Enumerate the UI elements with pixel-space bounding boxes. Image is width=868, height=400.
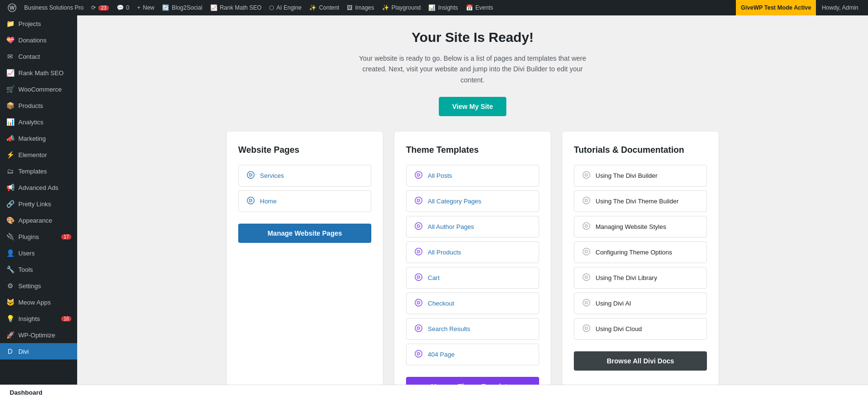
wp-optimize-icon: 🚀 [6, 331, 14, 339]
sidebar-item-donations[interactable]: 💝Donations [0, 32, 77, 48]
sidebar-item-elementor[interactable]: ⚡Elementor [0, 147, 77, 163]
tutorial-item[interactable]: Using Divi Cloud [574, 318, 707, 340]
users-icon: 👤 [6, 249, 14, 257]
sidebar-item-label-templates: Templates [18, 168, 47, 175]
svg-point-23 [585, 174, 587, 176]
theme-template-item[interactable]: 404 Page [406, 344, 539, 365]
template-label: Checkout [428, 300, 454, 307]
tutorial-label: Using The Divi Library [596, 274, 657, 281]
theme-template-item[interactable]: Search Results [406, 318, 539, 340]
theme-templates-list: All Posts All Category Pages All Author … [406, 165, 539, 365]
theme-template-item[interactable]: Cart [406, 267, 539, 289]
sidebar-item-label-products: Products [18, 102, 43, 109]
updates-badge: 23 [98, 5, 108, 11]
projects-icon: 📁 [6, 19, 14, 28]
insights-item[interactable]: 📊 Insights [424, 0, 461, 15]
comments-item[interactable]: 💬 0 [113, 0, 134, 15]
website-page-item[interactable]: Services [238, 165, 371, 187]
blog2social-item[interactable]: 🔄 Blog2Social [158, 0, 206, 15]
tutorial-item[interactable]: Using The Divi Library [574, 267, 707, 289]
sidebar-item-analytics[interactable]: 📊Analytics [0, 114, 77, 130]
tutorial-label: Using Divi Cloud [596, 325, 642, 333]
sidebar-item-contact[interactable]: ✉Contact [0, 48, 77, 65]
template-label: Search Results [428, 325, 470, 333]
website-page-item[interactable]: Home [238, 190, 371, 212]
sidebar-item-pretty-links[interactable]: 🔗Pretty Links [0, 196, 77, 212]
sidebar-item-label-appearance: Appearance [18, 217, 52, 224]
sidebar-item-meow-apps[interactable]: 🐱Meow Apps [0, 294, 77, 310]
sidebar-item-users[interactable]: 👤Users [0, 245, 77, 261]
manage-website-pages-button[interactable]: Manage Website Pages [238, 224, 371, 243]
theme-templates-card: Theme Templates All Posts All Category P… [394, 132, 551, 385]
sidebar-item-rank-math-seo[interactable]: 📈Rank Math SEO [0, 65, 77, 81]
svg-point-3 [250, 174, 252, 176]
updates-item[interactable]: ⟳ 23 [87, 0, 112, 15]
marketing-icon: 📣 [6, 134, 14, 143]
sidebar-item-templates[interactable]: 🗂Templates [0, 163, 77, 179]
content-item[interactable]: ✨ Content [305, 0, 343, 15]
rank-math-item[interactable]: 📈 Rank Math SEO [206, 0, 266, 15]
tutorial-item[interactable]: Using The Divi Builder [574, 165, 707, 187]
site-name-item[interactable]: Business Solutions Pro [20, 0, 87, 15]
sidebar-item-insights[interactable]: 💡Insights16 [0, 310, 77, 327]
settings-icon: ⚙ [6, 281, 14, 290]
tutorial-icon [582, 247, 591, 257]
wp-logo-item[interactable]: W [4, 0, 20, 15]
main-layout: 📁Projects💝Donations✉Contact📈Rank Math SE… [0, 15, 868, 385]
tutorial-label: Using Divi AI [596, 300, 631, 307]
new-item[interactable]: + New [133, 0, 158, 15]
theme-template-item[interactable]: All Products [406, 241, 539, 263]
events-item[interactable]: 📅 Events [462, 0, 497, 15]
tools-icon: 🔧 [6, 265, 14, 274]
sidebar-item-projects[interactable]: 📁Projects [0, 15, 77, 32]
svg-point-33 [585, 302, 587, 304]
tutorials-list: Using The Divi Builder Using The Divi Th… [574, 165, 707, 340]
adminbar-right: GiveWP Test Mode Active Howdy, Admin [736, 0, 864, 15]
tutorial-item[interactable]: Configuring Theme Options [574, 241, 707, 263]
tutorial-item[interactable]: Managing Website Styles [574, 216, 707, 238]
givewp-badge[interactable]: GiveWP Test Mode Active [736, 0, 816, 15]
website-pages-list: Services Home [238, 165, 371, 212]
theme-template-item[interactable]: All Posts [406, 165, 539, 187]
templates-icon: 🗂 [6, 167, 14, 175]
cards-row: Website Pages Services Home Manage Websi… [227, 132, 719, 385]
manage-theme-templates-button[interactable]: Manage Theme Templates [406, 377, 539, 385]
sidebar-item-divi[interactable]: DDivi [0, 343, 77, 360]
sidebar-item-plugins[interactable]: 🔌Plugins17 [0, 228, 77, 245]
tutorials-card: Tutorials & Documentation Using The Divi… [562, 132, 719, 385]
plugins-badge: 17 [61, 234, 71, 240]
divi-icon: D [6, 347, 14, 356]
sidebar-item-tools[interactable]: 🔧Tools [0, 261, 77, 278]
ai-engine-item[interactable]: ⬡ AI Engine [265, 0, 305, 15]
template-label: All Category Pages [428, 198, 481, 205]
template-icon [414, 247, 423, 257]
website-pages-card: Website Pages Services Home Manage Websi… [227, 132, 383, 385]
sidebar-item-products[interactable]: 📦Products [0, 97, 77, 114]
rank-math-icon: 📈 [210, 4, 217, 11]
updates-icon: ⟳ [91, 4, 96, 11]
tutorial-item[interactable]: Using Divi AI [574, 293, 707, 314]
svg-point-5 [250, 200, 252, 201]
tutorial-item[interactable]: Using The Divi Theme Builder [574, 190, 707, 212]
theme-template-item[interactable]: Checkout [406, 293, 539, 314]
sidebar-item-marketing[interactable]: 📣Marketing [0, 130, 77, 147]
sidebar-item-appearance[interactable]: 🎨Appearance [0, 212, 77, 228]
page-icon [246, 171, 255, 181]
view-site-button[interactable]: View My Site [439, 97, 507, 116]
playground-item[interactable]: ✨ Playground [378, 0, 425, 15]
theme-template-item[interactable]: All Category Pages [406, 190, 539, 212]
sidebar-item-woocommerce[interactable]: 🛒WooCommerce [0, 81, 77, 97]
sidebar-item-wp-optimize[interactable]: 🚀WP-Optimize [0, 327, 77, 343]
sidebar-item-label-elementor: Elementor [18, 151, 47, 159]
template-icon [414, 298, 423, 308]
sidebar-item-label-projects: Projects [18, 20, 41, 27]
blog2social-icon: 🔄 [162, 4, 169, 11]
sidebar-item-advanced-ads[interactable]: 📢Advanced Ads [0, 179, 77, 196]
template-label: All Author Pages [428, 223, 474, 230]
browse-divi-docs-button[interactable]: Browse All Divi Docs [574, 351, 707, 371]
theme-template-item[interactable]: All Author Pages [406, 216, 539, 238]
sidebar-item-label-plugins: Plugins [18, 233, 39, 240]
sidebar-item-settings[interactable]: ⚙Settings [0, 278, 77, 294]
howdy-item[interactable]: Howdy, Admin [816, 0, 864, 15]
images-item[interactable]: 🖼 Images [343, 0, 378, 15]
